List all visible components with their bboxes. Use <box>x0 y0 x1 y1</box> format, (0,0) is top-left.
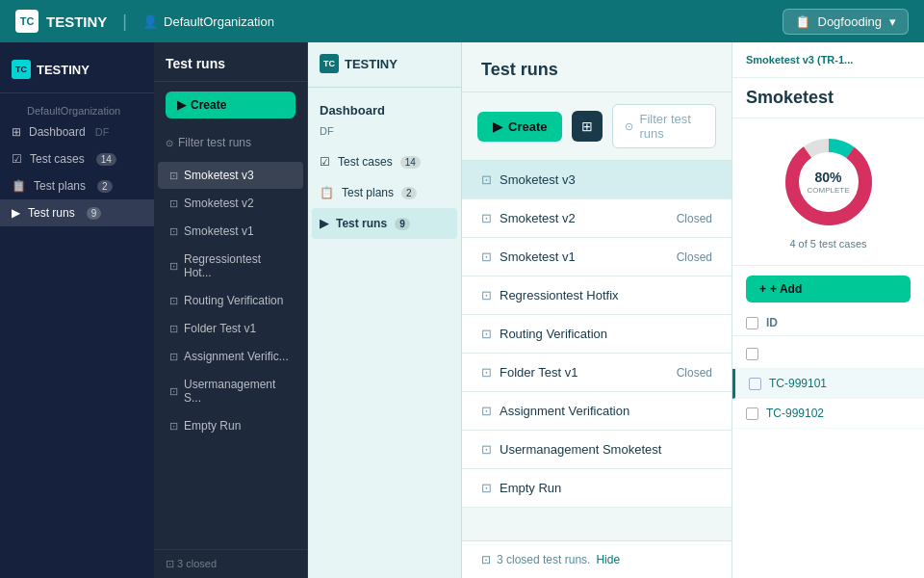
run-list-icon-5: ⊡ <box>481 365 492 380</box>
row-checkbox-empty[interactable] <box>746 348 758 360</box>
env-icon: 📋 <box>795 14 810 29</box>
run-icon-3: ⊡ <box>169 260 178 273</box>
run-list-name-0: Smoketest v3 <box>500 172 712 187</box>
run-list-item-3[interactable]: ⊡ Regressiontest Hotfix <box>462 276 732 315</box>
run-list-item-4[interactable]: ⊡ Routing Verification <box>462 315 732 354</box>
nav-testplans-icon: 📋 <box>320 186 334 199</box>
sidebar-org-name: DefaultOrganization <box>0 101 154 118</box>
run-list-item-7[interactable]: ⊡ Usermanagement Smoketest <box>462 431 732 469</box>
content-title: Test runs <box>481 60 558 79</box>
run-list-icon-3: ⊡ <box>481 288 492 302</box>
second-run-item-6[interactable]: ⊡ Assignment Verific... <box>158 343 303 370</box>
sidebar-item-dashboard[interactable]: ⊞ Dashboard DF <box>0 118 154 145</box>
export-button[interactable]: ⊞ <box>572 111 603 142</box>
org-selector[interactable]: 👤 DefaultOrganization <box>142 14 274 29</box>
closed-icon: ⊡ <box>481 553 491 566</box>
nav-item-testplans[interactable]: 📋 Test plans 2 <box>308 177 461 208</box>
play-icon: ▶ <box>493 119 502 134</box>
hide-link[interactable]: Hide <box>596 553 620 566</box>
run-icon-4: ⊡ <box>169 295 178 307</box>
header-checkbox[interactable] <box>746 317 758 329</box>
second-panel-filter[interactable]: ⊙ Filter test runs <box>166 132 295 153</box>
filter-bar[interactable]: ⊙ Filter test runs <box>612 104 716 148</box>
detail-panel: Smoketest v3 (TR-1... Smoketest 80% COMP… <box>732 42 924 578</box>
runs-list: ⊡ Smoketest v3 ⊡ Smoketest v2 Closed ⊡ S… <box>462 161 732 540</box>
run-list-status-2: Closed <box>677 250 712 264</box>
run-list-item-0[interactable]: ⊡ Smoketest v3 <box>462 161 732 199</box>
closed-footer: ⊡ 3 closed test runs. Hide <box>462 540 732 578</box>
run-list-icon-6: ⊡ <box>481 404 492 418</box>
add-label: + Add <box>770 282 802 296</box>
sidebar-testruns-label: Test runs <box>28 206 75 220</box>
run-list-item-1[interactable]: ⊡ Smoketest v2 Closed <box>462 199 732 238</box>
testruns-icon: ▶ <box>12 206 20 220</box>
second-run-item-0[interactable]: ⊡ Smoketest v3 <box>158 162 303 189</box>
nav-testruns-label: Test runs <box>336 217 387 230</box>
nav-testruns-icon: ▶ <box>320 217 328 230</box>
filter-icon: ⊙ <box>166 138 173 148</box>
donut-label: 80% COMPLETE <box>807 170 849 195</box>
nav-logo-icon: TC <box>320 54 339 73</box>
run-list-item-5[interactable]: ⊡ Folder Test v1 Closed <box>462 354 732 392</box>
detail-row-0[interactable]: TC-999101 <box>732 369 924 399</box>
run-list-item-8[interactable]: ⊡ Empty Run <box>462 469 732 508</box>
second-run-item-1[interactable]: ⊡ Smoketest v2 <box>158 190 303 217</box>
second-run-item-5[interactable]: ⊡ Folder Test v1 <box>158 315 303 342</box>
run-icon-0: ⊡ <box>169 170 178 182</box>
add-button[interactable]: + + Add <box>746 276 911 302</box>
create-run-button[interactable]: ▶ Create <box>477 112 562 142</box>
second-panel-create-button[interactable]: ▶ Create <box>166 92 295 118</box>
sidebar-item-testplans[interactable]: 📋 Test plans 2 <box>0 172 154 199</box>
second-run-item-3[interactable]: ⊡ Regressiontest Hot... <box>158 246 303 286</box>
nav-dashboard[interactable]: Dashboard <box>308 95 461 125</box>
row-checkbox-0[interactable] <box>749 378 761 390</box>
testplans-icon: 📋 <box>12 179 26 193</box>
second-run-item-2[interactable]: ⊡ Smoketest v1 <box>158 218 303 245</box>
chevron-down-icon: ▾ <box>889 14 896 29</box>
nav-testcases-label: Test cases <box>338 155 393 169</box>
sidebar-item-testcases[interactable]: ☑ Test cases 14 <box>0 145 154 172</box>
app-logo-area: TC TESTINY <box>15 10 107 33</box>
second-run-item-7[interactable]: ⊡ Usermanagement S... <box>158 371 303 411</box>
second-panel-header: Test runs <box>154 42 307 82</box>
tc-link-0[interactable]: TC-999101 <box>769 377 827 390</box>
sidebar-logo-icon: TC <box>12 60 31 79</box>
run-list-icon-0: ⊡ <box>481 172 492 187</box>
second-panel: Test runs ▶ Create ⊙ Filter test runs ⊡ … <box>154 42 308 578</box>
sidebar-item-testruns[interactable]: ▶ Test runs 9 <box>0 199 154 226</box>
second-run-item-4[interactable]: ⊡ Routing Verification <box>158 287 303 314</box>
run-list-item-6[interactable]: ⊡ Assignment Verification <box>462 392 732 431</box>
nav-item-testcases[interactable]: ☑ Test cases 14 <box>308 146 461 177</box>
dashboard-icon: ⊞ <box>12 125 21 139</box>
main-layout: TC TESTINY DefaultOrganization ⊞ Dashboa… <box>0 42 924 578</box>
filter-icon: ⊙ <box>625 120 633 133</box>
sidebar-app-name: TESTINY <box>37 63 90 77</box>
run-list-icon-7: ⊡ <box>481 442 492 457</box>
testcases-icon: ☑ <box>12 152 22 166</box>
nav-testplans-label: Test plans <box>342 186 394 199</box>
row-checkbox-1[interactable] <box>746 407 758 420</box>
nav-app-name: TESTINY <box>345 57 398 71</box>
play-icon: ▶ <box>177 98 186 112</box>
nav-logo: TC TESTINY <box>308 54 461 88</box>
env-selector[interactable]: 📋 Dogfooding ▾ <box>783 9 910 35</box>
run-icon-5: ⊡ <box>169 323 178 335</box>
detail-row-empty[interactable] <box>732 340 924 369</box>
donut-chart: 80% COMPLETE <box>781 134 877 230</box>
run-list-name-4: Routing Verification <box>500 327 712 341</box>
run-icon-2: ⊡ <box>169 225 178 238</box>
plus-icon: + <box>759 282 766 296</box>
detail-breadcrumb: Smoketest v3 (TR-1... <box>732 42 924 78</box>
nav-item-testruns[interactable]: ▶ Test runs 9 <box>312 208 457 239</box>
detail-row-1[interactable]: TC-999102 <box>732 399 924 429</box>
second-panel-title: Test runs <box>166 56 225 71</box>
run-list-item-2[interactable]: ⊡ Smoketest v1 Closed <box>462 238 732 276</box>
run-list-icon-4: ⊡ <box>481 327 492 341</box>
logo-icon: TC <box>15 10 38 33</box>
sidebar-dashboard-label: Dashboard <box>29 125 86 139</box>
tc-link-1[interactable]: TC-999102 <box>766 407 824 420</box>
main-content: Test runs ▶ Create ⊞ ⊙ Filter test runs … <box>462 42 732 578</box>
nav-dashboard-sub: DF <box>308 125 462 146</box>
second-run-item-8[interactable]: ⊡ Empty Run <box>158 412 303 439</box>
export-icon: ⊞ <box>581 118 593 134</box>
